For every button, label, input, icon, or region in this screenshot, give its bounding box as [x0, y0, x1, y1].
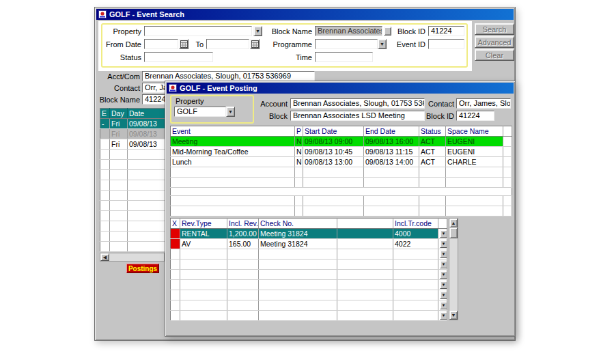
postings-button[interactable]: Postings — [126, 264, 159, 273]
day-row-selected[interactable]: - Fri 09/08/13 — [100, 119, 165, 129]
chevron-down-icon: ▼ — [442, 229, 446, 238]
posting-property-label: Property — [176, 97, 216, 106]
posting-title-bar[interactable]: GOLF - Event Posting — [167, 83, 514, 94]
posting-block-id-field[interactable]: 41224 — [456, 111, 494, 121]
clear-button[interactable]: Clear — [475, 49, 514, 61]
blank-col — [337, 219, 393, 229]
posting-property-input[interactable]: GOLF — [174, 107, 226, 117]
chevron-down-icon: ▼ — [442, 270, 446, 279]
to-date-calendar-button[interactable] — [250, 39, 260, 49]
calendar-icon — [180, 40, 188, 48]
row-dropdown-button[interactable]: ▼ — [440, 229, 447, 238]
search-title-bar[interactable]: GOLF - Event Search — [96, 9, 514, 20]
property-input[interactable] — [144, 26, 252, 36]
event-grid-gap — [171, 188, 512, 196]
to-date-input[interactable] — [206, 39, 249, 49]
app-icon — [169, 84, 177, 92]
day-grid-hscrollbar[interactable]: ◀ — [100, 253, 165, 262]
advanced-button[interactable]: Advanced — [475, 36, 514, 48]
time-input[interactable] — [315, 52, 373, 62]
incl-rev-col: Incl. Rev. — [227, 219, 259, 229]
acct-com-field[interactable]: Brennan Associates, Slough, 01753 536969 — [142, 71, 315, 81]
row-dropdown-button[interactable]: ▼ — [440, 291, 447, 299]
block-name-label: Block Name — [270, 27, 312, 36]
posting-property-dropdown-button[interactable]: ▼ — [226, 107, 235, 117]
account-field[interactable]: Brennan Associates, Slough, 01753 536969 — [290, 98, 425, 109]
account-label: Account — [255, 100, 288, 109]
day-grid-empty-row — [100, 170, 165, 180]
row-dropdown-button[interactable]: ▼ — [440, 250, 447, 258]
event-row[interactable]: Mid-Morning Tea/Coffee N 09/08/13 10:45 … — [171, 147, 512, 157]
event-grid-empty-row — [171, 167, 512, 178]
block-id-input[interactable]: 41224 — [428, 26, 464, 36]
row-dropdown-button[interactable]: ▼ — [440, 270, 447, 279]
scroll-up-button[interactable]: ▲ — [449, 219, 458, 227]
posting-contact-field[interactable]: Orr, James, Slough — [456, 98, 511, 109]
row-dropdown-button[interactable]: ▼ — [440, 311, 447, 320]
day-row[interactable]: Fri 09/08/13 — [100, 139, 165, 150]
search-button[interactable]: Search — [475, 23, 514, 35]
property-dropdown-button[interactable]: ▼ — [253, 26, 262, 36]
posting-grid-empty-row: ▼ — [171, 270, 447, 280]
scroll-down-icon: ▼ — [451, 313, 456, 318]
scroll-left-icon: ◀ — [103, 255, 107, 260]
day-grid-empty-row — [100, 232, 165, 242]
posting-grid-empty-row: ▼ — [171, 311, 447, 321]
event-search-window: GOLF - Event Search Property ▼ Block Nam… — [94, 7, 516, 341]
day-row[interactable]: Fri 09/08/13 — [100, 129, 165, 139]
chevron-down-icon: ▼ — [255, 29, 260, 33]
row-dropdown-button[interactable]: ▼ — [440, 281, 447, 289]
start-date-col: Start Date — [303, 126, 364, 137]
day-grid-empty-row — [100, 201, 165, 211]
posting-grid-empty-row: ▼ — [171, 280, 447, 290]
event-posting-window: GOLF - Event Posting Property GOLF ▼ Acc… — [165, 81, 516, 337]
posting-grid-empty-row: ▼ — [171, 300, 447, 311]
event-grid-empty-row — [171, 178, 512, 188]
event-row[interactable]: Lunch N 09/08/13 13:00 09/08/13 14:00 AC… — [171, 157, 512, 167]
block-name-lookup-button[interactable] — [384, 27, 391, 36]
scroll-down-button[interactable]: ▼ — [449, 311, 458, 320]
chevron-down-icon: ▼ — [442, 240, 446, 249]
chevron-down-icon: ▼ — [442, 250, 446, 259]
from-date-label: From Date — [100, 40, 141, 49]
programme-input[interactable] — [315, 39, 378, 49]
posting-flag-cell — [171, 229, 180, 239]
posting-row-selected[interactable]: RENTAL 1,200.00 Meeting 31824 4000 ▼ — [171, 229, 447, 239]
programme-dropdown-button[interactable]: ▼ — [378, 39, 387, 49]
screen: { "icons": { "combo_arrow": "▼", "scroll… — [0, 0, 601, 364]
event-grid: Event P Start Date End Date Status Space… — [170, 126, 512, 216]
day-grid-header: E Day Date — [100, 109, 165, 119]
row-dropdown-button[interactable]: ▼ — [440, 260, 447, 268]
block-id-label: Block ID — [391, 27, 425, 36]
from-date-calendar-button[interactable] — [179, 39, 188, 49]
posting-window-title: GOLF - Event Posting — [180, 84, 257, 92]
event-grid-header: Event P Start Date End Date Status Space… — [171, 126, 512, 137]
scroll-left-button[interactable]: ◀ — [100, 253, 109, 261]
posting-grid-empty-row: ▼ — [171, 249, 447, 260]
x-col: X — [171, 219, 180, 229]
scrollbar-thumb[interactable] — [449, 227, 458, 238]
row-dropdown-button[interactable]: ▼ — [440, 301, 447, 309]
status-input[interactable] — [144, 52, 213, 62]
posting-grid-header: X Rev.Type Incl. Rev. Check No. Incl.Tr.… — [171, 219, 447, 229]
block-name-info-label: Block Name — [98, 96, 140, 104]
chevron-down-icon: ▼ — [442, 311, 446, 320]
posting-row[interactable]: AV 165.00 Meeting 31824 4022 ▼ — [171, 239, 447, 249]
event-grid-empty-row — [171, 206, 512, 216]
chevron-down-icon: ▼ — [380, 42, 385, 46]
event-row-selected[interactable]: Meeting N 09/08/13 09:00 09/08/13 16:00 … — [171, 137, 512, 147]
posting-grid-vscrollbar[interactable]: ▲ ▼ — [449, 218, 458, 320]
row-dropdown-button[interactable]: ▼ — [440, 240, 447, 248]
day-grid: E Day Date - Fri 09/08/13 Fri 09/08/13 F… — [100, 108, 165, 252]
block-field[interactable]: Brennan Associates LSD Meeting — [290, 111, 425, 121]
check-no-col: Check No. — [259, 219, 337, 229]
incl-tr-code-col: Incl.Tr.code — [393, 219, 438, 229]
day-grid-empty-row — [100, 191, 165, 201]
block-name-input[interactable]: Brennan Associates — [315, 26, 382, 36]
from-date-input[interactable] — [144, 39, 178, 49]
chevron-down-icon: ▼ — [442, 291, 446, 300]
status-col: Status — [419, 126, 446, 137]
day-grid-col-date: Date — [128, 109, 165, 119]
day-grid-empty-row — [100, 242, 165, 252]
event-id-input[interactable] — [428, 39, 464, 49]
